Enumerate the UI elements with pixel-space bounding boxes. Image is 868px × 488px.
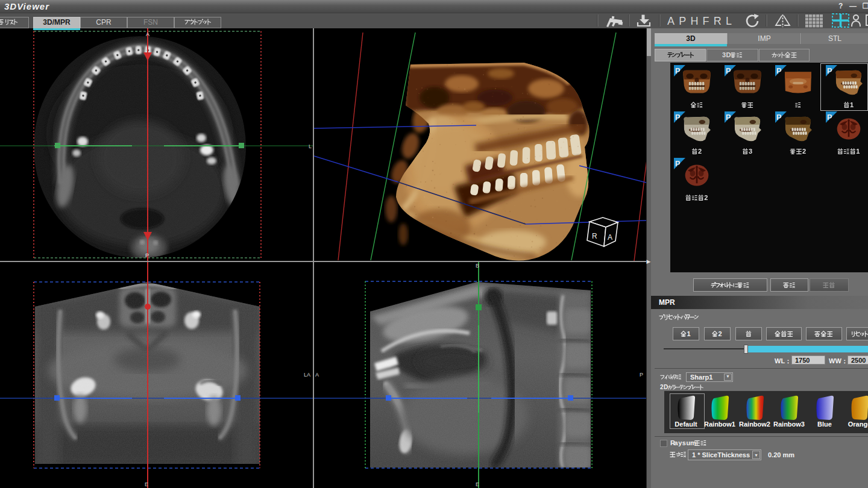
svg-text:A: A <box>608 233 612 242</box>
svg-text:P: P <box>675 66 681 75</box>
svg-text:2: 2 <box>718 330 722 337</box>
svg-text:P: P <box>827 113 832 122</box>
svg-text:P: P <box>675 113 681 122</box>
svg-text:L: L <box>309 143 312 149</box>
svg-text:LA: LA <box>304 372 310 378</box>
svg-text:Rainbow1: Rainbow1 <box>704 421 735 428</box>
svg-text:P: P <box>675 159 681 168</box>
svg-text:Rainbow2: Rainbow2 <box>739 421 770 428</box>
svg-text:1: 1 <box>687 330 690 337</box>
svg-text:P: P <box>726 113 731 122</box>
svg-text:P: P <box>145 252 149 258</box>
svg-text:P: P <box>726 66 731 75</box>
svg-text:APHFRL: APHFRL <box>667 15 736 27</box>
svg-text:A: A <box>315 372 319 378</box>
svg-text:1: 1 <box>850 101 854 108</box>
svg-text:D: D <box>726 51 731 58</box>
svg-text:2: 2 <box>698 148 702 155</box>
svg-text:Default: Default <box>675 421 697 428</box>
svg-text:P: P <box>827 66 832 75</box>
svg-text:Orange: Orange <box>848 421 868 428</box>
svg-text:Blue: Blue <box>817 421 832 428</box>
svg-text:Rainbow3: Rainbow3 <box>773 421 805 428</box>
svg-text:D: D <box>664 384 668 390</box>
svg-text:3: 3 <box>749 148 752 155</box>
svg-text:R: R <box>592 232 597 240</box>
svg-text:1: 1 <box>856 148 860 155</box>
svg-text:2: 2 <box>704 194 708 201</box>
svg-text:P: P <box>640 372 643 378</box>
svg-text:B: B <box>476 263 479 269</box>
svg-text:E: E <box>145 481 148 487</box>
svg-text:2: 2 <box>802 148 806 155</box>
svg-text:E: E <box>476 481 479 487</box>
svg-text:P: P <box>776 113 782 122</box>
svg-text:P: P <box>776 66 782 75</box>
svg-text:s: s <box>682 439 686 446</box>
svg-text:3: 3 <box>722 51 726 58</box>
svg-text:A: A <box>146 31 149 37</box>
